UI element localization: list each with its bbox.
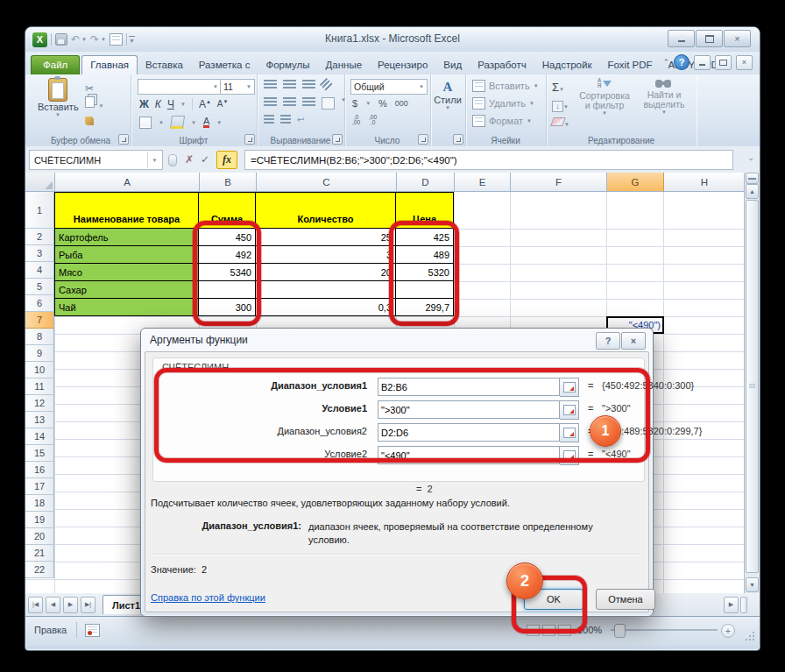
cell-c3[interactable]: 3 (256, 246, 396, 264)
cell-a4[interactable]: Мясо (54, 264, 199, 281)
sort-filter-button[interactable]: А Я Сортировка и фильтр ▼ (576, 78, 633, 116)
align-top-icon[interactable] (264, 80, 277, 89)
row-header-8[interactable]: 8 (25, 329, 54, 345)
insert-function-button[interactable]: fx (216, 151, 237, 169)
tab-review[interactable]: Рецензиро (370, 56, 435, 74)
orientation-icon[interactable] (320, 78, 334, 92)
formula-input[interactable]: =СЧЁТЕСЛИМН(B2:B6;">300";D2:D6;"<490") (244, 150, 733, 170)
format-cells-button[interactable]: Формат▼ (472, 115, 532, 127)
column-header-b[interactable]: B (200, 173, 257, 192)
row-header-21[interactable]: 21 (25, 545, 54, 562)
cancel-button[interactable]: Отмена (596, 589, 655, 610)
name-box[interactable]: СЧЁТЕСЛИМН ▼ (29, 150, 163, 170)
font-size-select[interactable]: 11▼ (220, 79, 255, 95)
row-header-17[interactable]: 17 (25, 478, 54, 495)
row-header-10[interactable]: 10 (25, 362, 54, 378)
row-header-14[interactable]: 14 (25, 428, 54, 445)
zoom-in-icon[interactable]: + (721, 624, 735, 638)
row-header-6[interactable]: 6 (25, 295, 54, 312)
cell-a6[interactable]: Чай (54, 299, 199, 316)
align-bottom-icon[interactable] (302, 80, 315, 89)
row-header-15[interactable]: 15 (25, 445, 54, 462)
tab-data[interactable]: Данные (318, 56, 371, 74)
styles-dropdown-icon[interactable]: ▼ (430, 105, 465, 110)
font-color-icon[interactable]: А (203, 117, 209, 128)
minimize-button[interactable] (668, 30, 695, 47)
tab-page-layout[interactable]: Разметка с (191, 56, 258, 74)
resize-grip[interactable] (744, 630, 756, 642)
expand-formula-bar-icon[interactable]: ⌄ (747, 153, 754, 162)
comma-format-button[interactable]: 000 (395, 99, 408, 108)
workbook-close-button[interactable]: × (736, 55, 753, 70)
font-color-dropdown-icon[interactable]: ▼ (216, 120, 222, 125)
row-header-7[interactable]: 7 (25, 312, 54, 329)
prev-sheet-icon[interactable]: ◀ (46, 597, 60, 613)
currency-dropdown-icon[interactable]: ▼ (365, 101, 371, 106)
vertical-scroll-thumb[interactable] (746, 200, 759, 573)
cell-c6[interactable]: 0,3 (256, 299, 396, 316)
tab-formulas[interactable]: Формулы (258, 56, 317, 74)
dialog-help-button[interactable]: ? (596, 332, 620, 350)
align-center-icon[interactable] (283, 97, 296, 107)
decrease-decimal-icon[interactable]: ,00 ,0 (369, 115, 377, 125)
find-select-button[interactable]: Найти и выделить ▼ (637, 78, 691, 115)
scroll-down-icon[interactable]: ▼ (746, 577, 759, 592)
percent-format-button[interactable]: % (378, 98, 387, 109)
underline-button[interactable]: Ч (167, 98, 174, 110)
increase-indent-icon[interactable] (280, 115, 291, 124)
row-header-9[interactable]: 9 (25, 345, 54, 362)
first-sheet-icon[interactable]: |◀ (28, 597, 43, 613)
paste-button[interactable]: Вставить ▼ (38, 78, 78, 117)
tab-insert[interactable]: Вставка (138, 56, 191, 74)
row-header-18[interactable]: 18 (25, 495, 54, 512)
tab-file[interactable]: Файл (31, 55, 80, 74)
increase-decimal-icon[interactable]: ,0 ,00 (352, 115, 360, 125)
cell-a5[interactable]: Сахар (54, 281, 199, 299)
cancel-entry-button[interactable]: ✗ (181, 151, 197, 167)
cell-c2[interactable]: 25 (256, 229, 396, 246)
copy-button[interactable]: ▼ (85, 95, 103, 111)
row-header-2[interactable]: 2 (25, 229, 54, 245)
borders-dropdown-icon[interactable]: ▼ (159, 120, 164, 125)
tab-addins[interactable]: Надстройк (534, 56, 600, 74)
row-header-11[interactable]: 11 (25, 378, 54, 395)
macro-record-icon[interactable] (85, 624, 100, 637)
hscroll-right-icon[interactable]: ▶ (724, 597, 739, 613)
bold-button[interactable]: Ж (139, 98, 149, 110)
shrink-font-button[interactable]: А▼ (217, 99, 229, 109)
paste-dropdown-icon[interactable]: ▼ (38, 112, 78, 117)
row-header-20[interactable]: 20 (25, 528, 54, 545)
styles-dialog-launcher-icon[interactable] (453, 134, 463, 145)
column-header-c[interactable]: C (257, 173, 397, 192)
fill-color-icon[interactable] (170, 116, 185, 129)
scroll-up-icon[interactable]: ▲ (746, 184, 759, 199)
scrollbar-split-handle[interactable] (746, 173, 759, 184)
align-middle-icon[interactable] (283, 80, 296, 89)
tab-developer[interactable]: Разработч (470, 56, 534, 74)
formula-bar-splitter[interactable] (168, 154, 177, 166)
grow-font-button[interactable]: А▲ (199, 98, 211, 110)
cell-c1[interactable]: Количество (256, 192, 396, 229)
enter-entry-button[interactable]: ✓ (197, 151, 213, 167)
help-icon[interactable]: ? (674, 54, 690, 70)
row-header-16[interactable]: 16 (25, 462, 54, 478)
tab-view[interactable]: Вид (435, 56, 470, 74)
tab-foxit-pdf[interactable]: Foxit PDF (599, 56, 660, 74)
wrap-text-icon[interactable]: ↩ (297, 115, 304, 124)
currency-format-button[interactable]: $ (352, 98, 357, 109)
autosum-button[interactable]: Σ▼ (552, 79, 564, 95)
row-header-13[interactable]: 13 (25, 412, 54, 428)
close-button[interactable]: × (724, 30, 751, 47)
cell-a3[interactable]: Рыба (54, 246, 199, 264)
fill-button[interactable]: ↓▼ (552, 96, 569, 112)
workbook-minimize-button[interactable] (694, 55, 711, 70)
zoom-slider-thumb[interactable] (614, 624, 626, 638)
alignment-dialog-launcher-icon[interactable] (332, 134, 343, 145)
decrease-indent-icon[interactable] (264, 115, 274, 124)
cell-c5[interactable] (256, 281, 396, 299)
zoom-slider-track[interactable] (611, 629, 718, 631)
column-header-e[interactable]: E (455, 173, 511, 192)
dialog-close-button[interactable]: × (621, 332, 646, 350)
collapse-ribbon-icon[interactable]: ⌃ (662, 58, 669, 67)
font-name-select[interactable]: ▼ (138, 79, 222, 95)
